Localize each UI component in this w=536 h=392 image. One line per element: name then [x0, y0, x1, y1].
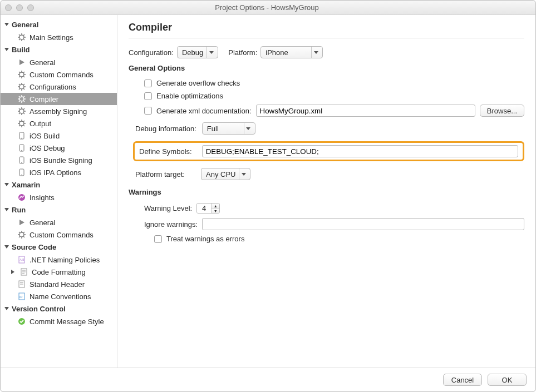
svg-line-37 — [19, 101, 20, 102]
phone-icon — [17, 143, 26, 152]
sidebar-item-ios-build[interactable]: iOS Build — [1, 130, 117, 142]
sidebar-item-configurations[interactable]: Configurations — [1, 81, 117, 93]
svg-line-9 — [23, 34, 24, 36]
sidebar-item-label: iOS IPA Options — [29, 168, 81, 177]
play-icon — [17, 58, 26, 67]
sidebar-cat-label: Run — [12, 206, 26, 214]
sidebar-cat-source-code[interactable]: Source Code — [1, 241, 117, 254]
svg-line-55 — [19, 125, 20, 126]
sidebar-item-compiler[interactable]: Compiler — [1, 93, 117, 105]
close-window-button[interactable] — [5, 4, 12, 11]
sidebar-item-label: Name Conventions — [29, 292, 91, 301]
sidebar-cat-general[interactable]: General — [1, 18, 117, 31]
sidebar-item-main-settings[interactable]: Main Settings — [1, 31, 117, 43]
sidebar-item-run-general[interactable]: General — [1, 216, 117, 229]
sidebar-item-net-naming[interactable]: A.B .NET Naming Policies — [1, 254, 117, 266]
sidebar-item-label: Configurations — [29, 83, 76, 91]
svg-marker-78 — [4, 245, 9, 249]
svg-point-30 — [19, 97, 24, 101]
configuration-select[interactable]: Debug — [177, 46, 218, 58]
sidebar-cat-build[interactable]: Build — [1, 43, 117, 56]
svg-line-56 — [23, 121, 24, 122]
sidebar-item-insights[interactable]: Insights — [1, 191, 117, 204]
window-title: Project Options - HowsMyGroup — [34, 3, 500, 12]
minimize-window-button[interactable] — [16, 4, 23, 11]
debug-info-select[interactable]: Full — [202, 122, 255, 135]
disclosure-triangle-icon — [4, 245, 9, 250]
svg-line-8 — [19, 39, 20, 40]
sidebar-item-name-conventions[interactable]: iR Name Conventions — [1, 290, 117, 302]
select-value: Debug — [182, 48, 203, 57]
phone-icon — [17, 156, 26, 165]
sidebar-item-code-formatting[interactable]: Code Formatting — [1, 266, 117, 278]
sidebar-item-label: Code Formatting — [32, 268, 86, 276]
dialog-footer: Cancel OK — [1, 368, 535, 391]
chevron-down-icon — [239, 168, 248, 180]
disclosure-triangle-icon — [11, 269, 16, 275]
platform-select[interactable]: iPhone — [260, 46, 323, 58]
sidebar-cat-version-control[interactable]: Version Control — [1, 302, 117, 315]
enable-optimizations-label: Enable optimizations — [156, 92, 223, 100]
define-symbols-label: Define Symbols: — [139, 147, 192, 156]
svg-line-53 — [19, 121, 20, 122]
gear-icon — [17, 33, 26, 42]
disclosure-triangle-icon — [4, 182, 9, 188]
svg-line-19 — [19, 76, 20, 77]
svg-point-64 — [21, 175, 22, 176]
doc-icon: A.B — [17, 255, 26, 264]
sidebar-item-label: Custom Commands — [29, 71, 94, 79]
disclosure-triangle-icon — [4, 207, 9, 213]
svg-point-39 — [19, 109, 24, 113]
enable-optimizations-checkbox[interactable] — [144, 92, 152, 100]
play-icon — [17, 218, 26, 227]
svg-line-28 — [19, 88, 20, 90]
configuration-label: Configuration: — [129, 48, 174, 57]
stepper-up-icon[interactable]: ▲ — [212, 204, 219, 209]
platform-target-label: Platform target: — [135, 170, 195, 178]
overflow-checks-checkbox[interactable] — [144, 80, 152, 87]
sidebar-item-label: Commit Message Style — [29, 317, 104, 326]
browse-button[interactable]: Browse... — [480, 105, 524, 117]
ignore-warnings-input[interactable] — [202, 218, 524, 230]
stepper-value: 4 — [197, 204, 212, 213]
sidebar-item-build-general[interactable]: General — [1, 56, 117, 68]
doc-icon: iR — [17, 292, 26, 301]
sidebar-item-ios-bundle-signing[interactable]: iOS Bundle Signing — [1, 154, 117, 166]
sidebar-item-ios-ipa-options[interactable]: iOS IPA Options — [1, 166, 117, 178]
gear-icon — [17, 107, 26, 116]
sidebar-item-ios-debug[interactable]: iOS Debug — [1, 142, 117, 154]
svg-marker-93 — [209, 51, 214, 54]
sidebar-item-output[interactable]: Output — [1, 117, 117, 130]
xml-doc-path-input[interactable] — [256, 105, 475, 117]
svg-line-26 — [19, 84, 20, 85]
select-value: Full — [207, 125, 240, 133]
treat-warnings-as-errors-checkbox[interactable] — [154, 235, 162, 243]
ignore-warnings-label: Ignore warnings: — [144, 220, 198, 229]
sidebar-item-label: Standard Header — [29, 280, 85, 289]
sidebar-item-label: Assembly Signing — [29, 107, 87, 116]
sidebar-item-commit-style[interactable]: Commit Message Style — [1, 315, 117, 328]
sidebar-cat-run[interactable]: Run — [1, 204, 117, 216]
sidebar-item-custom-commands[interactable]: Custom Commands — [1, 68, 117, 81]
generate-xml-checkbox[interactable] — [144, 107, 152, 115]
define-symbols-input[interactable] — [202, 145, 518, 157]
zoom-window-button[interactable] — [27, 4, 34, 11]
svg-text:A.B: A.B — [20, 258, 25, 261]
sidebar-item-label: Main Settings — [29, 33, 73, 42]
stepper-down-icon[interactable]: ▼ — [212, 209, 219, 213]
sidebar-cat-xamarin[interactable]: Xamarin — [1, 178, 117, 191]
sidebar-item-assembly-signing[interactable]: Assembly Signing — [1, 105, 117, 117]
sidebar-item-label: iOS Bundle Signing — [29, 156, 92, 165]
button-label: Cancel — [451, 376, 474, 384]
sidebar-cat-label: Version Control — [12, 305, 66, 313]
treat-warnings-as-errors-label: Treat warnings as errors — [166, 235, 244, 243]
platform-target-select[interactable]: Any CPU — [201, 168, 250, 180]
cancel-button[interactable]: Cancel — [443, 374, 482, 386]
ok-button[interactable]: OK — [488, 374, 527, 386]
warning-level-stepper[interactable]: 4 ▲ ▼ — [196, 203, 220, 214]
button-label: Browse... — [487, 107, 517, 115]
gear-icon — [17, 70, 26, 79]
sidebar-cat-label: Xamarin — [12, 181, 40, 189]
sidebar-item-standard-header[interactable]: Standard Header — [1, 278, 117, 290]
sidebar-item-run-custom-commands[interactable]: Custom Commands — [1, 229, 117, 241]
